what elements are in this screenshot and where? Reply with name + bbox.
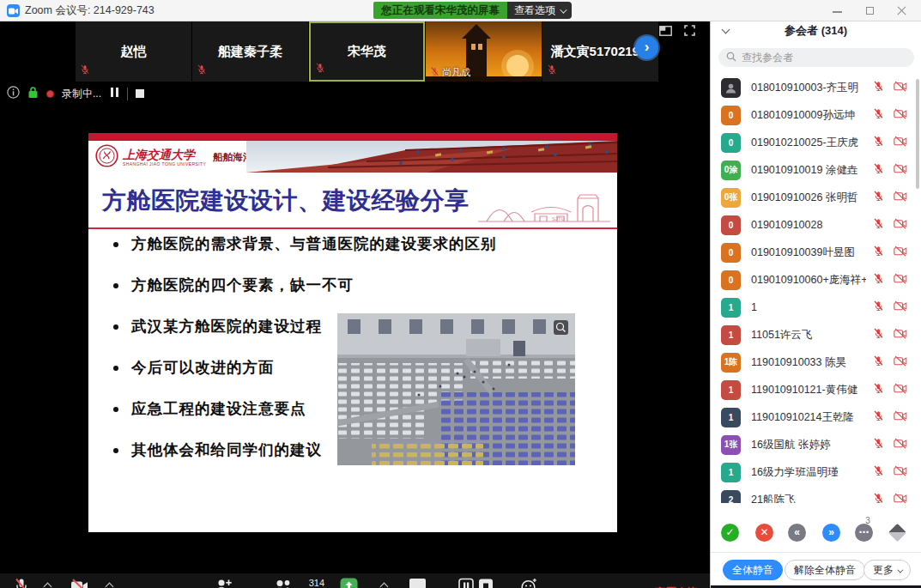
chat-button[interactable]: 聊天 [395, 577, 439, 588]
mic-muted-icon[interactable] [873, 272, 884, 288]
mic-muted-icon[interactable] [873, 135, 884, 150]
yes-check-button[interactable]: ✓ [721, 524, 739, 542]
reactions-button[interactable]: 表情 [508, 577, 549, 588]
invite-button[interactable]: 邀请 [196, 577, 251, 588]
manage-participants-button[interactable]: 管理参会者 314 [247, 577, 319, 588]
mic-muted-icon[interactable] [873, 464, 884, 480]
video-tile-camera-off[interactable]: 宋华茂 [309, 21, 425, 82]
no-cross-button[interactable]: ✕ [755, 524, 773, 542]
search-input[interactable] [742, 52, 896, 64]
view-options-button[interactable]: 查看选项 [507, 2, 572, 19]
camera-off-icon[interactable] [894, 245, 907, 260]
start-video-button[interactable]: 启动视频 [55, 577, 105, 588]
camera-off-icon[interactable] [894, 492, 907, 503]
participant-row[interactable]: 0 018010910009孙远坤 [711, 101, 921, 129]
mic-muted-icon[interactable] [873, 409, 884, 425]
participant-row[interactable]: 1 11051许云飞 [711, 321, 921, 349]
eraser-icon[interactable] [888, 524, 906, 542]
camera-off-icon[interactable] [894, 162, 907, 178]
shared-screen-slide: 上海交通大学 SHANGHAI JIAO TONG UNIVERSITY 船舶海… [88, 133, 617, 532]
avatar: 0 [721, 243, 741, 263]
stage-view-controls [659, 24, 695, 39]
camera-off-icon[interactable] [894, 217, 907, 233]
share-options-chevron[interactable] [381, 584, 388, 588]
stop-recording-button[interactable] [136, 89, 144, 98]
mic-muted-icon[interactable] [873, 327, 884, 342]
participant-name: 019010910028 [751, 219, 866, 231]
camera-off-icon[interactable] [894, 382, 907, 397]
camera-off-icon[interactable] [894, 190, 907, 205]
participant-row[interactable]: 0 019010910028 [711, 211, 921, 239]
encryption-lock-icon [27, 86, 39, 101]
pause-stop-recording-button[interactable]: 暂停/停止录制 [442, 577, 511, 588]
participant-row[interactable]: 2 21船陈飞 [711, 486, 921, 503]
strip-next-button[interactable]: › [635, 36, 658, 59]
camera-off-icon[interactable] [894, 464, 907, 480]
participant-row[interactable]: 0 019010910060+庞海祥+船建学... [711, 266, 921, 294]
mic-muted-icon[interactable] [873, 437, 884, 452]
roof-photo [246, 141, 617, 176]
mic-muted-icon[interactable] [873, 162, 884, 178]
camera-off-icon[interactable] [894, 437, 907, 452]
video-tile-camera-off[interactable]: 船建秦子柔 [192, 21, 308, 82]
camera-off-icon[interactable] [894, 80, 907, 95]
participant-row[interactable]: 1陈 119010910033 陈昊 [711, 349, 921, 376]
info-icon[interactable] [7, 86, 20, 101]
camera-off-icon[interactable] [894, 107, 907, 123]
mic-muted-icon[interactable] [873, 107, 884, 123]
participant-row[interactable]: 1 119010910121-黄伟健 [711, 376, 921, 403]
camera-off-icon[interactable] [894, 300, 907, 315]
slower-button[interactable]: « [788, 524, 806, 542]
participant-row[interactable]: 1 119010910214王乾隆 [711, 403, 921, 431]
mic-muted-icon[interactable] [873, 300, 884, 315]
participant-row[interactable]: 0张 019010910026 张明哲 [711, 184, 921, 211]
participant-row[interactable]: 0 019010910039叶昱图 [711, 239, 921, 266]
scrollbar-thumb[interactable] [916, 79, 919, 189]
participant-name: 019010210025-王庆虎 [751, 136, 866, 150]
minimize-button[interactable] [828, 0, 847, 21]
unmute-button[interactable]: 解除静音 [0, 577, 43, 588]
participant-name: 119010910033 陈昊 [751, 355, 866, 370]
participant-name: 018010910009孙远坤 [751, 108, 866, 123]
video-options-chevron[interactable] [106, 584, 113, 588]
more-reactions-button[interactable]: 3⋯ [855, 524, 873, 542]
participant-name: 019010910026 张明哲 [751, 191, 866, 205]
pause-recording-button[interactable] [109, 88, 119, 100]
unmute-all-button[interactable]: 解除全体静音 [785, 560, 865, 580]
mic-muted-icon[interactable] [873, 217, 884, 233]
mic-muted-icon[interactable] [873, 80, 884, 95]
camera-off-icon[interactable] [894, 327, 907, 342]
mute-all-button[interactable]: 全体静音 [723, 560, 783, 580]
mic-muted-icon [80, 63, 90, 78]
participant-row[interactable]: 018010910003-齐玉明 [711, 74, 921, 101]
video-tile-camera-off[interactable]: 赵恺 [76, 21, 191, 82]
video-tile-camera-on[interactable]: 尚凡成 [426, 21, 542, 82]
share-screen-icon [318, 577, 379, 588]
participant-row[interactable]: 0 019010210025-王庆虎 [711, 129, 921, 156]
participant-name: 21船陈飞 [751, 493, 866, 504]
camera-off-icon[interactable] [894, 272, 907, 288]
participant-row[interactable]: 1 1 [711, 294, 921, 321]
hospital-photo [337, 313, 575, 465]
fullscreen-icon[interactable] [684, 24, 695, 39]
participant-search[interactable] [718, 48, 914, 67]
camera-off-icon[interactable] [894, 135, 907, 150]
audio-options-chevron[interactable] [45, 584, 52, 588]
maximize-button[interactable] [861, 0, 880, 21]
faster-button[interactable]: » [822, 524, 840, 542]
mic-muted-icon[interactable] [873, 492, 884, 503]
close-button[interactable] [893, 0, 912, 21]
share-screen-button[interactable]: 共享屏幕 [318, 577, 379, 588]
gallery-view-icon[interactable] [659, 24, 672, 39]
participant-row[interactable]: 1 16级力学班温明瑾 [711, 458, 921, 486]
meeting-toolbar: 解除静音 启动视频 邀请 管理参会者 314 共享屏幕 聊天 暂停/停止录制 [0, 573, 710, 588]
camera-off-icon[interactable] [894, 409, 907, 425]
participant-row[interactable]: 1张 16级国航 张婷婷 [711, 431, 921, 458]
mic-muted-icon[interactable] [873, 355, 884, 370]
mic-muted-icon[interactable] [873, 382, 884, 397]
camera-off-icon[interactable] [894, 355, 907, 370]
participant-row[interactable]: 0涂 019010910019 涂健垚 [711, 156, 921, 184]
more-button[interactable]: 更多 [863, 560, 911, 580]
mic-muted-icon[interactable] [873, 245, 884, 260]
mic-muted-icon[interactable] [873, 190, 884, 205]
